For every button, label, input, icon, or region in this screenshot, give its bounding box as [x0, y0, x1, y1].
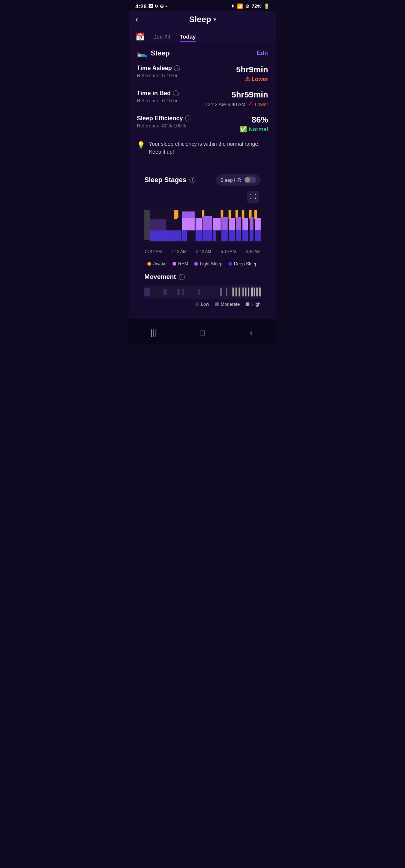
time-detail-bed: 12:42 AM-6:40 AM ⚠ Lower — [205, 100, 268, 108]
movement-section: Movement i — [137, 272, 268, 313]
calendar-icon[interactable]: 📅 — [135, 32, 145, 41]
svg-rect-30 — [250, 217, 254, 230]
svg-rect-52 — [259, 287, 261, 296]
metric-row-time-asleep: Time Asleep i Reference: 6-10 hr 5hr9min… — [137, 65, 268, 82]
sleep-card: 🛌 Sleep Edit Time Asleep i Reference: 6-… — [129, 42, 276, 319]
svg-rect-19 — [221, 230, 228, 241]
nav-home-button[interactable]: □ — [195, 325, 210, 340]
header-title-text: Sleep — [189, 15, 211, 24]
dropdown-arrow-icon[interactable]: ▾ — [213, 16, 216, 22]
movement-title: Movement i — [144, 273, 261, 281]
metric-label-sleep-efficiency: Sleep Efficiency i Reference: 80%-100% — [137, 115, 191, 129]
metric-ref-time-asleep: Reference: 6-10 hr — [137, 73, 180, 78]
sleep-hr-switch[interactable] — [244, 177, 256, 183]
svg-rect-10 — [196, 218, 202, 230]
svg-rect-6 — [175, 230, 182, 241]
svg-rect-22 — [229, 230, 235, 241]
svg-rect-31 — [250, 230, 254, 241]
expand-icon: ⛶ — [247, 191, 259, 203]
movement-legend: Low Moderate High — [144, 299, 261, 307]
svg-rect-16 — [213, 230, 216, 241]
movement-bar — [144, 285, 261, 299]
nav-back-button[interactable]: ‹ — [244, 325, 259, 340]
svg-rect-11 — [196, 230, 202, 241]
sleep-card-title-text: Sleep — [151, 49, 170, 57]
info-icon-movement[interactable]: i — [179, 274, 185, 280]
info-icon-sleep-efficiency[interactable]: i — [185, 115, 191, 121]
chart-label-4: 6:40 AM — [246, 249, 261, 254]
svg-rect-27 — [242, 218, 248, 230]
date-tab-prev[interactable]: Jun 24 — [154, 31, 171, 42]
svg-rect-38 — [177, 289, 180, 295]
legend-dot-light-sleep — [194, 262, 198, 266]
sleep-hr-label: Sleep HR — [220, 177, 241, 183]
sleep-stages-section: Sleep Stages i Sleep HR ⛶ — [137, 168, 268, 272]
legend-dot-moderate — [215, 302, 219, 306]
status-left: 4:26 🖼 ↻ ⊖ ● — [135, 3, 167, 9]
status-photo-icon: 🖼 — [148, 3, 153, 9]
legend-deep-sleep: Deep Sleep — [228, 261, 258, 266]
movement-svg — [144, 285, 261, 299]
expand-chart-button[interactable]: ⛶ — [144, 191, 261, 205]
bluetooth-icon: ✦ — [231, 3, 235, 9]
legend-dot-deep-sleep — [228, 262, 232, 266]
sleep-emoji-icon: 🛌 — [137, 48, 147, 58]
svg-rect-42 — [226, 288, 227, 296]
tip-text: Your sleep efficiency is within the norm… — [149, 140, 268, 156]
bottom-nav: ||| □ ‹ — [129, 319, 276, 344]
svg-rect-39 — [182, 289, 184, 295]
svg-rect-44 — [236, 287, 237, 296]
svg-rect-49 — [251, 287, 253, 296]
wifi-icon: 📶 — [237, 3, 243, 9]
svg-rect-28 — [242, 230, 248, 241]
status-dnd-icon: ⊖ — [160, 3, 164, 9]
legend-awake: Awake — [147, 261, 166, 266]
info-icon-sleep-stages[interactable]: i — [189, 177, 195, 183]
svg-rect-3 — [150, 219, 166, 230]
svg-rect-50 — [254, 287, 255, 296]
info-icon-time-asleep[interactable]: i — [174, 65, 180, 71]
metric-ref-time-in-bed: Reference: 6-10 hr — [137, 98, 179, 103]
header: ‹ Sleep ▾ 📅 Jun 24 Today — [129, 11, 276, 42]
header-top: ‹ Sleep ▾ — [135, 15, 270, 28]
divider — [137, 162, 268, 162]
svg-rect-8 — [182, 211, 195, 218]
toggle-knob — [245, 177, 250, 183]
legend-low: Low — [195, 302, 209, 307]
legend-light-sleep: Light Sleep — [194, 261, 222, 266]
chart-label-0: 12:42 AM — [144, 249, 162, 254]
metric-value-group-sleep-efficiency: 86% ✅ Normal — [240, 115, 268, 133]
legend-dot-rem — [172, 262, 176, 266]
svg-rect-24 — [236, 217, 241, 230]
svg-rect-13 — [202, 216, 212, 230]
metric-label-time-in-bed: Time in Bed i Reference: 6-10 hr — [137, 90, 179, 103]
metric-label-time-asleep: Time Asleep i Reference: 6-10 hr — [137, 65, 180, 78]
sleep-stages-svg — [144, 205, 261, 246]
date-tab-today[interactable]: Today — [180, 31, 196, 42]
sleep-hr-toggle[interactable]: Sleep HR — [216, 174, 261, 186]
sleep-card-title: 🛌 Sleep — [137, 48, 170, 58]
svg-rect-41 — [220, 288, 222, 296]
metric-row-sleep-efficiency: Sleep Efficiency i Reference: 80%-100% 8… — [137, 115, 268, 133]
svg-rect-7 — [182, 218, 195, 230]
metric-value-group-time-asleep: 5hr9min ⚠ Lower — [236, 65, 268, 82]
svg-rect-48 — [248, 287, 249, 296]
status-time: 4:26 — [135, 3, 147, 9]
metric-value-time-in-bed: 5hr59min — [205, 90, 268, 100]
metric-value-sleep-efficiency: 86% — [240, 115, 268, 125]
svg-rect-15 — [213, 218, 221, 230]
status-dot: ● — [165, 4, 167, 8]
back-button[interactable]: ‹ — [135, 15, 138, 24]
svg-rect-18 — [221, 217, 228, 230]
nav-menu-button[interactable]: ||| — [146, 325, 161, 340]
svg-rect-36 — [144, 288, 150, 296]
svg-rect-5 — [176, 210, 178, 218]
svg-rect-46 — [242, 287, 243, 296]
sleep-stages-chart: 12:42 AM 2:12 AM 3:42 AM 5:10 AM 6:40 AM — [144, 205, 261, 255]
sleep-stages-legend: Awake REM Light Sleep Deep Sleep — [144, 258, 261, 272]
info-icon-time-in-bed[interactable]: i — [173, 90, 179, 96]
tip-bulb-icon: 💡 — [137, 141, 145, 149]
tip-box: 💡 Your sleep efficiency is within the no… — [137, 140, 268, 156]
edit-button[interactable]: Edit — [257, 50, 268, 57]
svg-rect-51 — [256, 287, 258, 296]
